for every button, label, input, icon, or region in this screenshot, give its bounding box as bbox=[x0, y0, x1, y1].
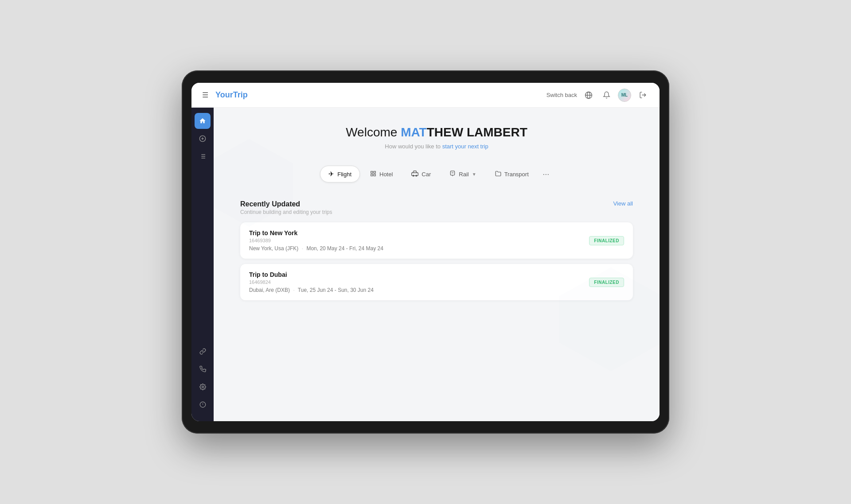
top-bar: ☰ YourTrip Switch back ML bbox=[191, 83, 660, 108]
main-layout: Welcome MATTHEW LAMBERT How would you li… bbox=[191, 108, 660, 421]
notification-bell-icon[interactable] bbox=[600, 89, 613, 101]
trip-card-dubai-location: Dubai, Are (DXB) bbox=[249, 287, 290, 293]
trip-card-dubai-info: Trip to Dubai 16469824 Dubai, Are (DXB) … bbox=[249, 271, 374, 293]
welcome-subtitle-text: How would you like to bbox=[385, 143, 442, 150]
top-bar-left: ☰ YourTrip bbox=[202, 90, 248, 100]
recently-updated-section: Recently Updated Continue building and e… bbox=[240, 200, 633, 300]
user-avatar[interactable]: ML bbox=[618, 89, 631, 102]
trip-card-dubai-id: 16469824 bbox=[249, 279, 374, 285]
welcome-subtitle-link[interactable]: start your next trip bbox=[442, 143, 488, 150]
status-badge-new-york: FINALIZED bbox=[589, 236, 624, 245]
tablet-frame: ☰ YourTrip Switch back ML bbox=[182, 70, 669, 434]
trip-card-new-york-dates: New York, Usa (JFK) · Mon, 20 May 24 - F… bbox=[249, 245, 383, 252]
trip-card-new-york-date-range: Mon, 20 May 24 - Fri, 24 May 24 bbox=[306, 245, 383, 252]
tab-transport[interactable]: Transport bbox=[487, 166, 537, 182]
logo: YourTrip bbox=[215, 90, 248, 100]
rail-chevron-icon: ▼ bbox=[472, 172, 476, 177]
sidebar-item-list[interactable] bbox=[195, 148, 211, 164]
logout-icon[interactable] bbox=[636, 89, 649, 101]
trip-card-new-york-info: Trip to New York 16469389 New York, Usa … bbox=[249, 229, 383, 252]
tab-flight[interactable]: ✈ Flight bbox=[320, 166, 360, 182]
logo-part2: Trip bbox=[233, 90, 248, 99]
trip-card-new-york-title: Trip to New York bbox=[249, 229, 383, 236]
hotel-icon bbox=[370, 171, 376, 178]
rail-icon bbox=[449, 171, 456, 178]
sidebar-bottom bbox=[195, 343, 211, 416]
welcome-subtitle: How would you like to start your next tr… bbox=[240, 143, 633, 150]
tab-flight-label: Flight bbox=[337, 171, 351, 178]
svg-point-13 bbox=[202, 386, 203, 388]
globe-icon[interactable] bbox=[582, 89, 595, 101]
trip-card-dubai-title: Trip to Dubai bbox=[249, 271, 374, 278]
trip-card-dubai-date-range: Tue, 25 Jun 24 - Sun, 30 Jun 24 bbox=[298, 287, 374, 293]
switch-back-button[interactable]: Switch back bbox=[547, 92, 577, 98]
transport-icon bbox=[495, 171, 501, 178]
car-icon bbox=[411, 171, 418, 178]
tab-hotel[interactable]: Hotel bbox=[362, 166, 401, 182]
trip-tabs: ✈ Flight Hotel Car bbox=[240, 166, 633, 182]
sidebar-item-add[interactable] bbox=[195, 131, 211, 147]
welcome-section: Welcome MATTHEW LAMBERT How would you li… bbox=[240, 125, 633, 150]
hamburger-icon[interactable]: ☰ bbox=[202, 91, 208, 99]
tab-transport-label: Transport bbox=[504, 171, 529, 178]
trip-card-dubai[interactable]: Trip to Dubai 16469824 Dubai, Are (DXB) … bbox=[240, 264, 633, 300]
more-options-button[interactable]: ··· bbox=[539, 167, 553, 181]
sidebar-item-home[interactable] bbox=[195, 113, 211, 129]
svg-rect-20 bbox=[374, 171, 375, 173]
sidebar-item-settings[interactable] bbox=[195, 379, 211, 395]
sidebar-item-link[interactable] bbox=[195, 343, 211, 359]
tablet-screen: ☰ YourTrip Switch back ML bbox=[191, 83, 660, 421]
svg-rect-21 bbox=[374, 174, 375, 176]
tab-hotel-label: Hotel bbox=[379, 171, 393, 178]
svg-rect-19 bbox=[371, 171, 373, 173]
flight-icon: ✈ bbox=[328, 170, 334, 178]
welcome-prefix: Welcome bbox=[346, 125, 401, 139]
trip-card-dubai-dates: Dubai, Are (DXB) · Tue, 25 Jun 24 - Sun,… bbox=[249, 287, 374, 293]
trip-card-new-york-location: New York, Usa (JFK) bbox=[249, 245, 298, 252]
welcome-title: Welcome MATTHEW LAMBERT bbox=[240, 125, 633, 140]
sidebar-item-security[interactable] bbox=[195, 396, 211, 412]
dates-separator: · bbox=[302, 245, 303, 252]
tab-car-label: Car bbox=[422, 171, 431, 178]
trip-card-new-york-id: 16469389 bbox=[249, 238, 383, 243]
tab-rail[interactable]: Rail ▼ bbox=[441, 166, 484, 182]
tab-rail-label: Rail bbox=[459, 171, 468, 178]
section-subtitle: Continue building and editing your trips bbox=[240, 209, 332, 215]
logo-part1: Your bbox=[215, 90, 233, 99]
svg-rect-22 bbox=[371, 174, 373, 176]
section-header-left: Recently Updated Continue building and e… bbox=[240, 200, 332, 215]
view-all-link[interactable]: View all bbox=[613, 200, 633, 207]
section-header: Recently Updated Continue building and e… bbox=[240, 200, 633, 215]
trip-card-new-york[interactable]: Trip to New York 16469389 New York, Usa … bbox=[240, 222, 633, 259]
welcome-name-rest: THEW LAMBERT bbox=[427, 125, 527, 139]
top-bar-right: Switch back ML bbox=[547, 89, 649, 102]
sidebar bbox=[191, 108, 214, 421]
section-title: Recently Updated bbox=[240, 200, 332, 208]
content-area: Welcome MATTHEW LAMBERT How would you li… bbox=[214, 108, 660, 421]
svg-rect-23 bbox=[412, 173, 418, 176]
status-badge-dubai: FINALIZED bbox=[589, 278, 624, 287]
welcome-name-highlight: MAT bbox=[401, 125, 427, 139]
dates-separator-2: · bbox=[293, 287, 294, 293]
sidebar-item-phone[interactable] bbox=[195, 361, 211, 377]
tab-car[interactable]: Car bbox=[403, 166, 439, 182]
